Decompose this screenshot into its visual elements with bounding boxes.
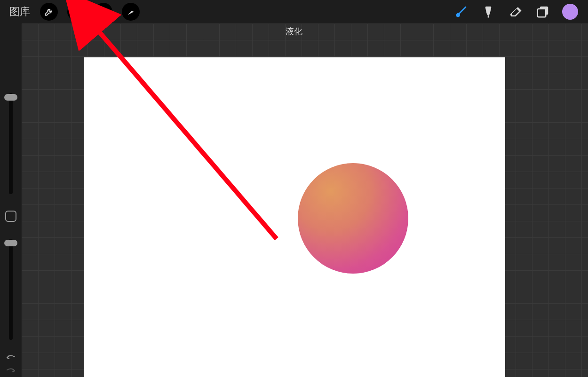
gradient-circle-artwork (298, 163, 408, 274)
svg-rect-1 (538, 9, 546, 17)
canvas-area[interactable]: om (84, 57, 505, 377)
left-sidebar (0, 24, 22, 377)
brush-tool-button[interactable] (448, 0, 474, 24)
color-picker-button[interactable] (557, 0, 583, 24)
smudge-icon (481, 5, 495, 19)
wrench-icon (44, 7, 54, 16)
adjustments-button[interactable] (63, 0, 89, 24)
opacity-slider[interactable] (9, 239, 13, 340)
selection-button[interactable] (90, 0, 117, 24)
color-swatch-icon (562, 4, 578, 20)
selection-icon (99, 7, 108, 16)
actions-button[interactable] (36, 0, 62, 24)
brush-size-slider[interactable] (9, 93, 13, 194)
layers-button[interactable] (530, 0, 556, 24)
transform-button[interactable] (118, 0, 144, 24)
top-toolbar: 图库 (0, 0, 588, 24)
brush-icon (454, 5, 468, 19)
eraser-icon (509, 5, 523, 19)
undo-button[interactable] (0, 350, 22, 363)
gallery-button[interactable]: 图库 (5, 5, 35, 19)
undo-icon (5, 352, 16, 361)
arrow-cursor-icon (126, 7, 135, 16)
slider-thumb[interactable] (4, 94, 17, 101)
slider-thumb[interactable] (4, 240, 17, 246)
magic-wand-icon (72, 7, 81, 16)
smudge-tool-button[interactable] (475, 0, 501, 24)
redo-button[interactable] (0, 363, 22, 376)
layers-icon (536, 5, 550, 19)
mode-title: 液化 (0, 26, 588, 37)
redo-icon (5, 365, 16, 374)
eraser-tool-button[interactable] (502, 0, 529, 24)
modifier-button[interactable] (5, 211, 16, 222)
